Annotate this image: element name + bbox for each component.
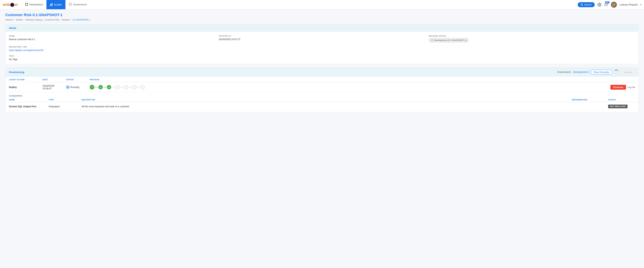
loading-spinner bbox=[614, 70, 619, 74]
tags-field: TAGS No Tags bbox=[9, 55, 635, 61]
date-cell: 2024/03/28 10:09:47 bbox=[42, 84, 63, 90]
action-value: Deploy bbox=[9, 86, 17, 89]
svg-rect-2 bbox=[25, 5, 26, 6]
comp-description-cell: All the most important risk traits of a … bbox=[82, 105, 569, 108]
step-7: 6 bbox=[140, 85, 145, 89]
release-status-value: Development (0.1-SNAPSHOT-1) bbox=[434, 39, 467, 41]
about-card-header: About bbox=[6, 24, 638, 32]
svg-rect-1 bbox=[27, 3, 28, 4]
running-icon-inner bbox=[67, 87, 68, 88]
breadcrumb-software-catalog[interactable]: Software Catalog bbox=[26, 18, 42, 21]
env-select[interactable]: Development ▾ bbox=[573, 71, 589, 73]
components-label: Components bbox=[6, 92, 638, 97]
step-2 bbox=[98, 85, 103, 89]
not-deployed-badge: NOT DEPLOYED bbox=[608, 105, 628, 108]
table-header: LATEST ACTION DATE STATUS PROCESS bbox=[9, 77, 635, 82]
comp-header-name: NAME bbox=[9, 99, 46, 101]
running-icon bbox=[66, 86, 70, 89]
components-section: Components NAME TYPE DESCRIPTION DEPENDE… bbox=[6, 92, 638, 113]
logo[interactable]: witb⬤st bbox=[3, 2, 18, 7]
name-value: finance.customer-risk.0.1 bbox=[9, 38, 215, 41]
step-start: 🌱 bbox=[90, 85, 94, 90]
search-icon bbox=[581, 3, 583, 6]
breadcrumb-witboost[interactable]: witboost bbox=[6, 18, 14, 21]
created-at-field: CREATED AT 2024/03/28 10:07:27 bbox=[219, 35, 425, 42]
step-3 bbox=[107, 85, 111, 89]
connector-3 bbox=[112, 87, 114, 87]
search-button[interactable]: Search bbox=[578, 2, 594, 7]
user-menu-chevron[interactable]: ▾ bbox=[640, 3, 641, 6]
table-row: Deploy 2024/03/28 10:09:47 Running bbox=[9, 82, 635, 92]
connector-6 bbox=[137, 87, 140, 87]
comp-type-cell: Outputport bbox=[48, 105, 79, 108]
svg-rect-6 bbox=[52, 3, 52, 6]
action-buttons: Terminate Log File bbox=[610, 85, 635, 90]
process-cell: 🌱 3 bbox=[90, 85, 635, 90]
avatar[interactable]: LP bbox=[611, 2, 617, 8]
tags-label: TAGS bbox=[9, 55, 635, 57]
provisioning-title: Provisioning bbox=[9, 71, 24, 74]
comp-name-value: Dremio SQL Output Port bbox=[9, 105, 36, 108]
component-row: Dremio SQL Output Port Outputport All th… bbox=[6, 102, 638, 111]
svg-rect-3 bbox=[27, 5, 28, 6]
nav-right: Search 99+ LP Lorenzo Pirazzini ▾ bbox=[578, 2, 641, 8]
action-cell: Deploy bbox=[9, 86, 39, 89]
svg-point-7 bbox=[581, 4, 582, 5]
shield-icon bbox=[69, 3, 72, 6]
step-6: 5 bbox=[132, 85, 136, 89]
breadcrumb-customer-risk[interactable]: Customer Risk bbox=[45, 18, 59, 21]
status-cell: Running bbox=[66, 86, 86, 89]
env-chevron-icon: ▾ bbox=[588, 71, 589, 73]
step-5: 4 bbox=[124, 85, 128, 89]
breadcrumb-release[interactable]: Release bbox=[62, 18, 70, 21]
svg-point-9 bbox=[599, 4, 600, 5]
header-process: PROCESS bbox=[90, 79, 635, 81]
search-label: Search bbox=[584, 3, 592, 6]
nav-item-builder[interactable]: Builder bbox=[46, 0, 66, 9]
comp-type-value: Outputport bbox=[48, 105, 60, 108]
components-table-header: NAME TYPE DESCRIPTION DEPENDENCIES STATU… bbox=[6, 97, 638, 102]
svg-line-8 bbox=[582, 5, 583, 6]
process-steps: 🌱 3 bbox=[90, 85, 145, 90]
env-value: Development bbox=[573, 71, 587, 73]
header-date: DATE bbox=[42, 79, 63, 81]
release-status-field: RELEASE STATUS Development (0.1-SNAPSHOT… bbox=[429, 35, 635, 42]
marketplace-label: Marketplace bbox=[30, 3, 43, 6]
comp-header-type: TYPE bbox=[48, 99, 79, 101]
repo-link-value[interactable]: https://gitlab.com/AgileFactory/W... bbox=[9, 49, 45, 52]
provisioning-controls: Environment: Development ▾ Show Descript… bbox=[557, 70, 635, 74]
tags-value: No Tags bbox=[9, 58, 635, 61]
step-4: 3 bbox=[115, 85, 120, 89]
page-content: Customer Risk 0.1-SNAPSHOT-1 witboost / … bbox=[0, 9, 644, 119]
status-running: Running bbox=[66, 86, 86, 89]
created-at-value: 2024/03/28 10:07:27 bbox=[219, 38, 425, 41]
log-file-button[interactable]: Log File bbox=[627, 86, 635, 89]
status-blocked-icon bbox=[431, 39, 433, 41]
svg-rect-0 bbox=[25, 3, 26, 4]
user-name[interactable]: Lorenzo Pirazzini bbox=[620, 3, 638, 6]
logo-text: witb⬤st bbox=[3, 2, 18, 7]
breadcrumb-snapshot[interactable]: 0.1-SNAPSHOT-1 bbox=[72, 18, 90, 21]
notifications-button[interactable]: 99+ bbox=[604, 2, 608, 7]
provisioning-card: Provisioning Environment: Development ▾ … bbox=[6, 68, 638, 113]
header-status: STATUS bbox=[66, 79, 86, 81]
grid-icon bbox=[25, 3, 28, 6]
connector-2 bbox=[104, 87, 106, 87]
show-descriptor-button[interactable]: Show Descriptor bbox=[591, 70, 612, 74]
nav-item-marketplace[interactable]: Marketplace bbox=[22, 0, 46, 9]
page-title: Customer Risk 0.1-SNAPSHOT-1 bbox=[6, 13, 638, 17]
provisioning-header: Provisioning Environment: Development ▾ … bbox=[6, 68, 638, 77]
env-label: Environment: bbox=[557, 71, 571, 73]
about-card-body: NAME finance.customer-risk.0.1 CREATED A… bbox=[6, 32, 638, 64]
repo-link-label: REPOSITORY LINK bbox=[9, 46, 635, 48]
undeploy-button[interactable]: Undeploy bbox=[621, 70, 635, 74]
settings-button[interactable] bbox=[598, 3, 602, 7]
breadcrumb-builder[interactable]: Builder bbox=[16, 18, 23, 21]
terminate-button[interactable]: Terminate bbox=[610, 85, 626, 90]
header-latest-action: LATEST ACTION bbox=[9, 79, 39, 81]
connector-5 bbox=[129, 87, 132, 87]
repo-link-field: REPOSITORY LINK https://gitlab.com/Agile… bbox=[9, 46, 635, 52]
page-title-prefix: Customer Risk bbox=[6, 13, 32, 17]
nav-item-governance[interactable]: Governance bbox=[66, 0, 90, 9]
builder-label: Builder bbox=[54, 3, 62, 6]
